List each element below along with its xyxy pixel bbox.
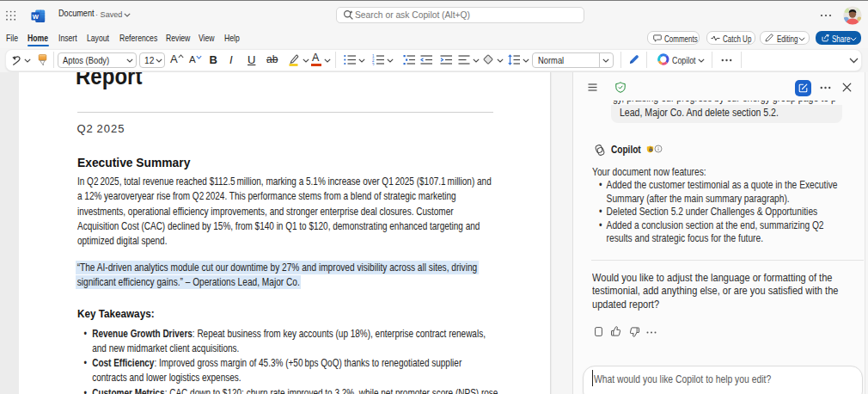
- svg-text:W: W: [33, 13, 40, 21]
- svg-text:3: 3: [372, 63, 375, 66]
